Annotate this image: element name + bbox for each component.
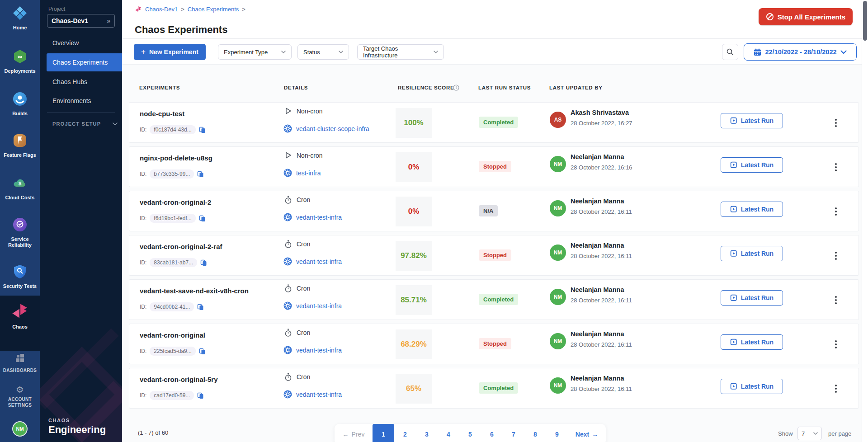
copy-icon[interactable] xyxy=(199,127,206,133)
latest-run-button[interactable]: Latest Run xyxy=(721,157,783,173)
infrastructure-link[interactable]: vedant-test-infra xyxy=(296,302,342,310)
pagination-page-9[interactable]: 9 xyxy=(546,424,568,442)
experiment-name[interactable]: node-cpu-test xyxy=(140,110,184,118)
project-setup-toggle[interactable]: PROJECT SETUP xyxy=(52,121,118,127)
experiment-row[interactable]: nginx-pod-delete-u8sg ID: b773c335-99...… xyxy=(129,146,859,187)
info-icon[interactable] xyxy=(453,85,459,91)
copy-icon[interactable] xyxy=(197,171,204,178)
experiment-name[interactable]: vedant-cron-original-2 xyxy=(140,198,211,206)
sidebar-item-service-reliability[interactable]: Service Reliability xyxy=(0,217,40,248)
sidebar-item-security-tests[interactable]: Security Tests xyxy=(0,264,40,289)
latest-run-button[interactable]: Latest Run xyxy=(721,113,783,128)
row-menu-button[interactable] xyxy=(830,336,842,353)
breadcrumb-link-experiments[interactable]: Chaos Experiments xyxy=(188,6,239,13)
row-menu-button[interactable] xyxy=(830,381,842,397)
pagination-page-1[interactable]: 1 xyxy=(373,424,394,442)
sidebar-item-feature-flags[interactable]: Feature Flags xyxy=(0,133,40,158)
copy-icon[interactable] xyxy=(199,215,206,222)
sidebar-item-label: Deployments xyxy=(4,68,35,74)
experiment-row[interactable]: vedant-cron-original-2-raf ID: 83cab181-… xyxy=(129,235,859,276)
sidebar-item-account-settings[interactable]: ⚙ ACCOUNT SETTINGS xyxy=(0,385,40,408)
latest-run-button[interactable]: Latest Run xyxy=(721,379,783,394)
experiment-row[interactable]: vedant-cron-original ID: 225fcad5-da9...… xyxy=(129,324,859,364)
filter-status[interactable]: Status xyxy=(297,44,349,60)
copy-icon[interactable] xyxy=(197,392,204,399)
pagination-page-4[interactable]: 4 xyxy=(438,424,459,442)
breadcrumb-separator: > xyxy=(181,6,184,13)
pagination-page-8[interactable]: 8 xyxy=(524,424,546,442)
experiment-row[interactable]: vedant-cron-original-2 ID: f6d19bc1-fedf… xyxy=(129,191,859,231)
row-menu-button[interactable] xyxy=(830,248,842,264)
nav-item-environments[interactable]: Environments xyxy=(47,92,122,109)
pagination-prev-button[interactable]: ← Prev xyxy=(335,424,373,442)
scrollbar-track[interactable] xyxy=(862,0,868,442)
experiment-row[interactable]: vedant-test-save-nd-exit-v8h-cron ID: 94… xyxy=(129,279,859,320)
experiment-id-row: ID: f0c187d4-43d... xyxy=(140,125,206,134)
sidebar-item-builds[interactable]: Builds xyxy=(0,91,40,117)
expand-projects-icon[interactable]: » xyxy=(107,17,110,24)
infrastructure-link[interactable]: vedant-cluster-scope-infra xyxy=(296,125,369,132)
pagination-page-6[interactable]: 6 xyxy=(481,424,503,442)
row-menu-button[interactable] xyxy=(830,115,842,131)
latest-run-button[interactable]: Latest Run xyxy=(721,202,783,217)
breadcrumb-link-project[interactable]: Chaos-Dev1 xyxy=(145,6,178,13)
experiment-id-row: ID: 83cab181-ab7... xyxy=(140,258,207,267)
copy-icon[interactable] xyxy=(199,348,206,355)
experiment-row[interactable]: vedant-cron-original-5ry ID: cad17ed0-59… xyxy=(129,368,859,409)
filter-target-chaos-infrastructure[interactable]: Target Chaos Infrastructure xyxy=(357,44,444,60)
experiment-row[interactable]: node-cpu-test ID: f0c187d4-43d... Non-cr… xyxy=(129,102,859,143)
copy-icon[interactable] xyxy=(197,304,204,310)
filter-label: Experiment Type xyxy=(224,49,268,56)
sidebar-item-cloud-costs[interactable]: $ Cloud Costs xyxy=(0,175,40,201)
chevron-down-icon xyxy=(434,51,438,53)
run-play-icon xyxy=(730,250,737,257)
row-menu-button[interactable] xyxy=(830,292,842,308)
nav-item-chaos-experiments[interactable]: Chaos Experiments xyxy=(47,53,122,71)
sidebar-item-dashboards[interactable]: DASHBOARDS xyxy=(0,353,40,373)
infrastructure-link[interactable]: vedant-test-infra xyxy=(296,391,342,398)
latest-run-button[interactable]: Latest Run xyxy=(721,246,783,261)
copy-icon[interactable] xyxy=(200,259,207,266)
infrastructure-link[interactable]: vedant-test-infra xyxy=(296,347,342,354)
experiment-name[interactable]: nginx-pod-delete-u8sg xyxy=(140,154,212,162)
resilience-score-value: 0% xyxy=(408,163,420,172)
pagination-page-3[interactable]: 3 xyxy=(416,424,438,442)
infrastructure-link[interactable]: vedant-test-infra xyxy=(296,258,342,265)
experiment-name[interactable]: vedant-cron-original-2-raf xyxy=(140,243,222,250)
sidebar-user[interactable]: NM xyxy=(0,422,40,436)
sidebar-item-home[interactable]: Home xyxy=(0,5,40,31)
experiment-name[interactable]: vedant-cron-original xyxy=(140,331,205,339)
pagination-page-2[interactable]: 2 xyxy=(394,424,416,442)
experiment-id-row: ID: 225fcad5-da9... xyxy=(140,347,206,356)
sidebar-item-deployments[interactable]: ∞ Deployments xyxy=(0,49,40,74)
per-page-select[interactable]: 7 xyxy=(797,427,822,440)
infrastructure-link[interactable]: vedant-test-infra xyxy=(296,214,342,221)
filter-label: Status xyxy=(303,49,320,56)
infrastructure-cell: vedant-test-infra xyxy=(283,346,342,354)
id-label: ID: xyxy=(140,348,146,354)
pagination-page-7[interactable]: 7 xyxy=(503,424,524,442)
new-experiment-button[interactable]: + New Experiment xyxy=(134,44,206,60)
date-range-button[interactable]: 22/10/2022 - 28/10/2022 xyxy=(744,43,857,61)
experiment-name[interactable]: vedant-test-save-nd-exit-v8h-cron xyxy=(140,287,249,295)
latest-run-button[interactable]: Latest Run xyxy=(721,334,783,350)
user-avatar[interactable]: NM xyxy=(13,422,27,436)
sidebar-item-chaos[interactable]: Chaos xyxy=(0,302,40,330)
last-run-status-badge: Completed xyxy=(479,294,518,305)
project-selector[interactable]: Chaos-Dev1 » xyxy=(47,14,115,28)
latest-run-button[interactable]: Latest Run xyxy=(721,290,783,306)
sidebar-item-label: Service Reliability xyxy=(5,236,34,248)
row-menu-button[interactable] xyxy=(830,203,842,220)
pagination-page-5[interactable]: 5 xyxy=(459,424,481,442)
infrastructure-link[interactable]: test-infra xyxy=(296,169,321,177)
experiment-name[interactable]: vedant-cron-original-5ry xyxy=(140,376,218,383)
pagination-next-button[interactable]: Next → xyxy=(568,424,606,442)
nav-item-chaos-hubs[interactable]: Chaos Hubs xyxy=(47,73,122,90)
scrollbar-thumb[interactable] xyxy=(863,1,867,41)
filter-experiment-type[interactable]: Experiment Type xyxy=(218,44,292,60)
search-button[interactable] xyxy=(722,44,738,60)
row-menu-button[interactable] xyxy=(830,159,842,175)
module-rail: Home ∞ Deployments Build xyxy=(0,0,40,442)
stop-all-experiments-button[interactable]: Stop All Experiments xyxy=(759,8,853,25)
nav-item-overview[interactable]: Overview xyxy=(47,34,122,52)
